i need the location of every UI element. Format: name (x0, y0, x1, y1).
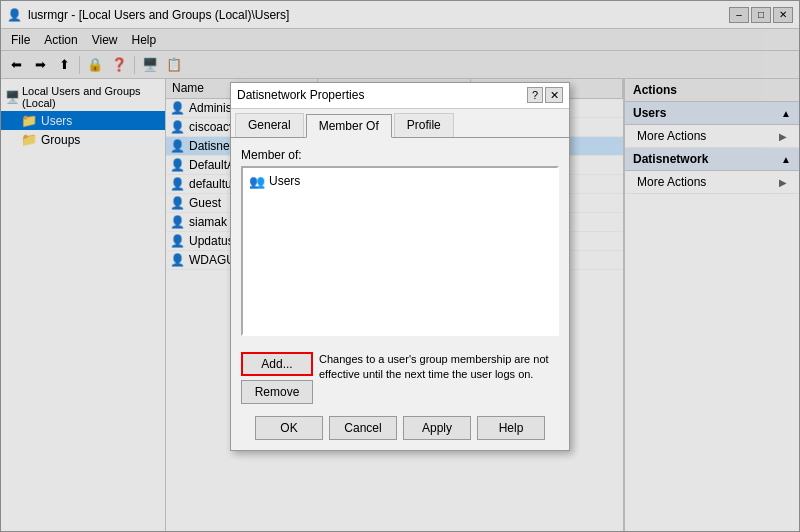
add-button[interactable]: Add... (241, 352, 313, 376)
dialog-footer: OK Cancel Apply Help (231, 410, 569, 450)
ok-button[interactable]: OK (255, 416, 323, 440)
member-of-label: Member of: (241, 148, 559, 162)
dialog-action-area: Add... Remove Changes to a user's group … (231, 346, 569, 410)
dialog-title-text: Datisnetwork Properties (237, 88, 364, 102)
dialog-content: Member of: 👥 Users (231, 138, 569, 346)
member-label-0: Users (269, 174, 300, 188)
member-list-item-0[interactable]: 👥 Users (247, 172, 553, 191)
member-list-box: 👥 Users (241, 166, 559, 336)
remove-button[interactable]: Remove (241, 380, 313, 404)
dialog-title-controls: ? ✕ (527, 87, 563, 103)
dialog-note: Changes to a user's group membership are… (319, 352, 559, 383)
cancel-button[interactable]: Cancel (329, 416, 397, 440)
dialog-help-icon-btn[interactable]: ? (527, 87, 543, 103)
tab-general[interactable]: General (235, 113, 304, 137)
group-icon-0: 👥 (249, 174, 265, 189)
tab-member-of[interactable]: Member Of (306, 114, 392, 138)
help-button[interactable]: Help (477, 416, 545, 440)
tab-bar: General Member Of Profile (231, 109, 569, 138)
dialog-close-button[interactable]: ✕ (545, 87, 563, 103)
dialog-action-buttons: Add... Remove (241, 352, 313, 404)
dialog-title-bar: Datisnetwork Properties ? ✕ (231, 83, 569, 109)
tab-profile[interactable]: Profile (394, 113, 454, 137)
modal-overlay: Datisnetwork Properties ? ✕ General Memb… (0, 0, 800, 532)
apply-button[interactable]: Apply (403, 416, 471, 440)
dialog: Datisnetwork Properties ? ✕ General Memb… (230, 82, 570, 451)
